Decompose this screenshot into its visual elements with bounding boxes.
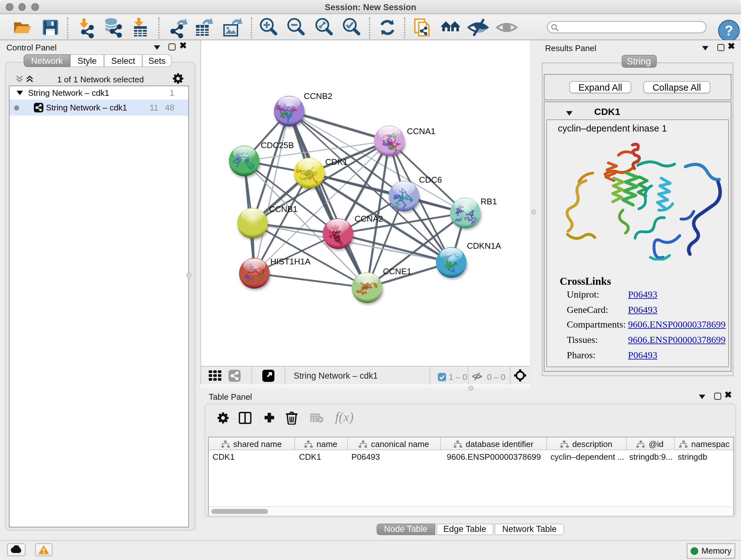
- svg-text:HIST1H1A: HIST1H1A: [270, 257, 311, 266]
- svg-text:CCNE1: CCNE1: [383, 266, 411, 276]
- svg-text:CCNB1: CCNB1: [269, 204, 297, 214]
- svg-text:CCNA1: CCNA1: [407, 126, 435, 136]
- svg-text:CCNA2: CCNA2: [354, 214, 383, 224]
- svg-text:CDKN1A: CDKN1A: [467, 241, 501, 251]
- svg-text:CDK1: CDK1: [325, 157, 347, 167]
- svg-text:RB1: RB1: [481, 197, 497, 206]
- svg-text:CCNB2: CCNB2: [304, 91, 332, 101]
- svg-text:CDC6: CDC6: [419, 175, 442, 185]
- svg-text:CDC25B: CDC25B: [261, 140, 294, 150]
- svg-text:?: ?: [725, 23, 733, 38]
